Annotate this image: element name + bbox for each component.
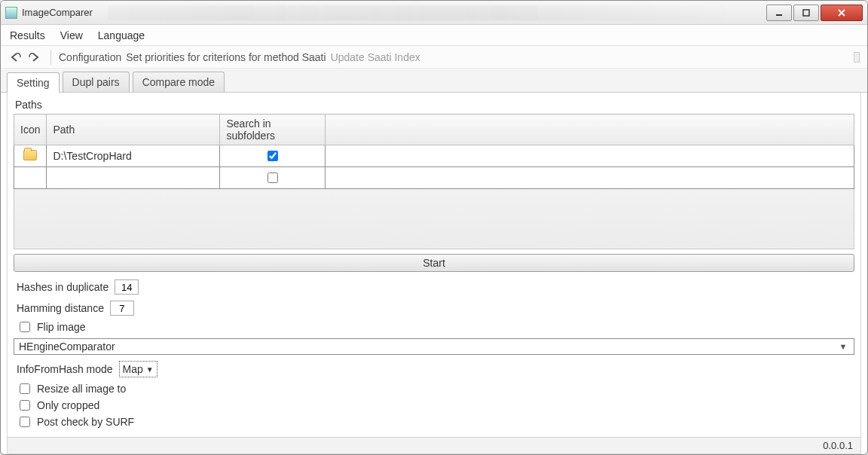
- paths-header-empty: [326, 115, 854, 145]
- resize-label: Resize all image to: [37, 383, 126, 395]
- breadcrumb[interactable]: Set priorities for criterions for method…: [126, 51, 326, 63]
- hashes-input[interactable]: [115, 279, 139, 295]
- menu-view[interactable]: View: [60, 29, 83, 41]
- window-controls: [765, 5, 863, 21]
- table-row[interactable]: D:\TestCropHard: [14, 145, 854, 167]
- comparator-select[interactable]: HEngineComparator ▼: [14, 338, 854, 355]
- maximize-button[interactable]: [793, 5, 819, 21]
- empty-cell: [326, 167, 854, 189]
- paths-header-path[interactable]: Path: [47, 115, 220, 145]
- version-label: 0.0.0.1: [823, 440, 853, 451]
- paths-label: Paths: [8, 93, 860, 114]
- toolbar-separator: [50, 50, 51, 65]
- search-subfolders-checkbox[interactable]: [267, 151, 278, 161]
- tab-row: Setting Dupl pairs Compare mode: [1, 69, 867, 93]
- only-cropped-label: Only cropped: [37, 399, 99, 411]
- titlebar-background: [108, 5, 765, 20]
- paths-table-wrap: Icon Path Search in subfolders D:\TestCr…: [14, 114, 854, 189]
- breadcrumb[interactable]: Update Saati Index: [331, 51, 420, 63]
- tab-compare-mode[interactable]: Compare mode: [133, 72, 225, 92]
- tab-setting[interactable]: Setting: [7, 72, 60, 93]
- breadcrumb[interactable]: Configuration: [59, 51, 121, 63]
- toolbar-overflow-icon[interactable]: [854, 52, 860, 63]
- menu-results[interactable]: Results: [10, 29, 45, 41]
- svg-rect-1: [803, 10, 809, 16]
- surf-label: Post check by SURF: [37, 416, 134, 428]
- menu-language[interactable]: Language: [98, 29, 145, 41]
- hamming-input[interactable]: [110, 301, 134, 316]
- folder-icon: [23, 150, 37, 160]
- infomode-label: InfoFromHash mode: [17, 363, 113, 375]
- paths-grid-filler: [14, 189, 854, 249]
- chevron-down-icon: ▼: [146, 365, 154, 374]
- chevron-down-icon: ▼: [837, 342, 849, 351]
- search-subfolders-checkbox[interactable]: [267, 173, 278, 183]
- infomode-value: Map: [123, 363, 143, 375]
- empty-icon-cell: [14, 167, 47, 189]
- forward-button[interactable]: [28, 50, 43, 65]
- empty-cell: [326, 145, 854, 167]
- comparator-value: HEngineComparator: [19, 340, 115, 353]
- tab-dupl-pairs[interactable]: Dupl pairs: [63, 72, 130, 92]
- table-row[interactable]: [14, 167, 854, 189]
- hashes-label: Hashes in duplicate: [17, 281, 108, 293]
- resize-checkbox[interactable]: [20, 383, 30, 394]
- close-button[interactable]: [821, 5, 863, 21]
- app-window: ImageComparer Results View Language Conf…: [0, 0, 868, 455]
- back-button[interactable]: [8, 50, 23, 65]
- paths-header-subfolders[interactable]: Search in subfolders: [220, 115, 326, 145]
- start-button[interactable]: Start: [14, 254, 854, 272]
- toolbar: Configuration Set priorities for criteri…: [1, 46, 867, 69]
- statusbar: 0.0.0.1: [8, 437, 860, 453]
- flip-image-checkbox[interactable]: [20, 322, 30, 332]
- infomode-select[interactable]: Map ▼: [119, 361, 157, 377]
- window-title: ImageComparer: [22, 7, 93, 18]
- app-icon: [5, 7, 17, 19]
- tab-content: Paths Icon Path Search in subfolders D:\…: [7, 93, 861, 454]
- paths-table: Icon Path Search in subfolders D:\TestCr…: [14, 114, 854, 189]
- paths-header-icon[interactable]: Icon: [14, 115, 47, 145]
- titlebar: ImageComparer: [1, 1, 867, 25]
- only-cropped-checkbox[interactable]: [20, 400, 30, 411]
- path-cell[interactable]: [47, 167, 220, 189]
- path-cell[interactable]: D:\TestCropHard: [47, 145, 220, 167]
- flip-image-label: Flip image: [37, 321, 86, 333]
- menubar: Results View Language: [1, 25, 867, 46]
- surf-checkbox[interactable]: [20, 417, 30, 427]
- hamming-label: Hamming distance: [17, 302, 104, 314]
- minimize-button[interactable]: [766, 5, 792, 21]
